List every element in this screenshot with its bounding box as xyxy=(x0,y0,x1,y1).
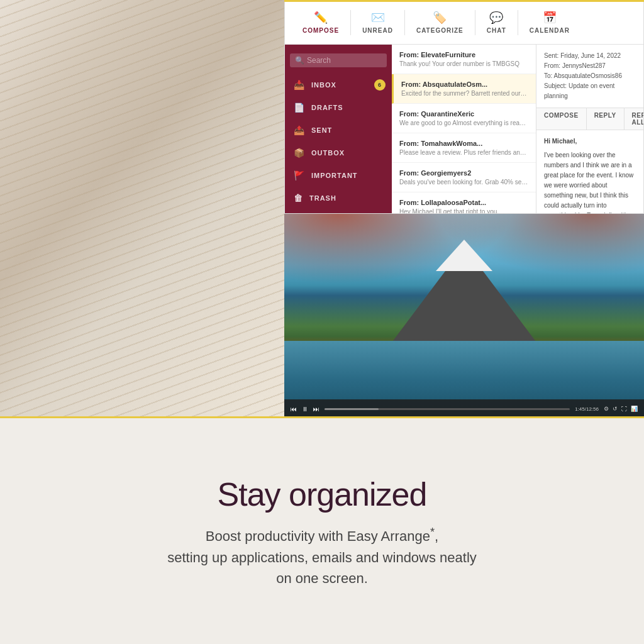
video-time: 1:45/12:56 xyxy=(575,406,599,412)
sidebar-inbox-label: INBOX xyxy=(311,81,336,89)
email-preview-2: We are good to go Almost everything is r… xyxy=(399,119,528,126)
superscript: * xyxy=(430,525,435,538)
sidebar-item-outbox[interactable]: 📦 OUTBOX xyxy=(285,142,392,164)
email-meta-from: From: JennysNest287 xyxy=(544,61,636,71)
drafts-icon: 📄 xyxy=(294,103,305,113)
toolbar-chat[interactable]: 💬 CHAT xyxy=(475,11,518,34)
progress-fill xyxy=(325,408,379,410)
email-preview-4: Deals you've been looking for. Grab 40% … xyxy=(399,179,528,186)
progress-bar[interactable] xyxy=(325,408,570,410)
email-actions-bar: COMPOSE REPLY REPLY ALL xyxy=(536,108,643,130)
email-preview-1: Excited for the summer? Barrett rented o… xyxy=(401,90,528,97)
total-time: 12:56 xyxy=(586,406,599,412)
search-box[interactable]: 🔍 xyxy=(290,53,387,67)
subtext-line1: Boost productivity with Easy Arrange xyxy=(206,529,430,545)
yellow-accent-border-top xyxy=(284,0,644,2)
toolbar-categorize[interactable]: 🏷️ CATEGORIZE xyxy=(405,11,475,34)
categorize-icon: 🏷️ xyxy=(433,11,447,25)
headline-text: Stay organized xyxy=(218,475,427,513)
sidebar-item-drafts[interactable]: 📄 DRAFTS xyxy=(285,96,392,119)
email-meta-sent: Sent: Friday, June 14, 2022 xyxy=(544,51,636,61)
email-toolbar: ✏️ COMPOSE ✉️ UNREAD 🏷️ CATEGORIZE 💬 CHA… xyxy=(285,1,643,45)
email-meta: Sent: Friday, June 14, 2022 From: Jennys… xyxy=(536,45,643,108)
video-controls-bar: ⏮ ⏸ ⏭ 1:45/12:56 ⚙ ↺ ⛶ 📊 xyxy=(284,399,644,418)
volume-icon[interactable]: 📊 xyxy=(631,406,638,412)
video-extra-controls: ⚙ ↺ ⛶ 📊 xyxy=(604,406,638,412)
compose-icon: ✏️ xyxy=(314,11,328,25)
email-list: From: ElevateFurniture Thank you! Your o… xyxy=(392,45,536,213)
subtext-paragraph: Boost productivity with Easy Arrange*, s… xyxy=(167,523,477,588)
important-icon: 🚩 xyxy=(294,170,305,180)
calendar-label: CALENDAR xyxy=(530,27,570,34)
fullscreen-icon[interactable]: ⛶ xyxy=(621,406,627,412)
email-compose-button[interactable]: COMPOSE xyxy=(536,108,587,130)
email-item-5[interactable]: From: LollapaloosaPotat... Hey Michael I… xyxy=(392,192,536,213)
outbox-icon: 📦 xyxy=(294,148,305,158)
email-preview-0: Thank you! Your order number is TMBGSQ xyxy=(399,60,528,67)
unread-label: UNREAD xyxy=(362,27,393,34)
bottom-text-section: Stay organized Boost productivity with E… xyxy=(0,420,644,644)
sidebar-item-inbox[interactable]: 📥 INBOX 6 xyxy=(285,74,392,96)
email-application: ✏️ COMPOSE ✉️ UNREAD 🏷️ CATEGORIZE 💬 CHA… xyxy=(284,0,644,214)
email-preview-5: Hey Michael I'll get that right to you. xyxy=(399,208,528,213)
email-meta-subject: Subject: Update on event planning xyxy=(544,81,636,101)
sidebar-trash-label: TRASH xyxy=(309,194,336,202)
email-main-content: 🔍 📥 INBOX 6 📄 DRAFTS 📤 SENT 📦 xyxy=(285,45,643,213)
sand-background xyxy=(0,0,284,418)
trash-icon: 🗑 xyxy=(294,193,303,203)
subtext-line3: setting up applications, emails and wind… xyxy=(167,550,477,565)
email-item-0[interactable]: From: ElevateFurniture Thank you! Your o… xyxy=(392,45,536,74)
inbox-icon: 📥 xyxy=(294,80,305,90)
toolbar-calendar[interactable]: 📅 CALENDAR xyxy=(518,11,581,34)
email-from-0: From: ElevateFurniture xyxy=(399,51,528,58)
email-reply-button[interactable]: REPLY xyxy=(587,108,625,130)
yellow-accent-border-bottom xyxy=(0,416,644,418)
email-from-4: From: Georgiemyers2 xyxy=(399,169,528,177)
search-input[interactable] xyxy=(307,56,382,65)
forward-button[interactable]: ⏭ xyxy=(313,406,319,413)
current-time: 1:45 xyxy=(575,406,585,412)
chat-icon: 💬 xyxy=(489,11,503,25)
compose-label: COMPOSE xyxy=(303,27,339,34)
calendar-icon: 📅 xyxy=(543,11,557,25)
loop-icon[interactable]: ↺ xyxy=(613,406,618,412)
video-panel: ⏮ ⏸ ⏭ 1:45/12:56 ⚙ ↺ ⛶ 📊 xyxy=(284,214,644,418)
toolbar-unread[interactable]: ✉️ UNREAD xyxy=(351,11,404,34)
email-body-text: I've been looking over the numbers and I… xyxy=(544,150,636,213)
email-detail-panel: Sent: Friday, June 14, 2022 From: Jennys… xyxy=(536,45,643,213)
email-item-3[interactable]: From: TomahawkWoma... Please leave a rev… xyxy=(392,133,536,163)
email-reply-all-button[interactable]: REPLY ALL xyxy=(625,108,643,130)
email-item-1[interactable]: From: AbsquatulateOsm... Excited for the… xyxy=(392,74,536,104)
rewind-button[interactable]: ⏮ xyxy=(291,406,297,413)
email-preview-3: Please leave a review. Plus refer friend… xyxy=(399,149,528,156)
email-from-2: From: QuarantineXeric xyxy=(399,110,528,118)
email-item-2[interactable]: From: QuarantineXeric We are good to go … xyxy=(392,104,536,133)
sent-icon: 📤 xyxy=(294,125,305,135)
sidebar-item-sent[interactable]: 📤 SENT xyxy=(285,119,392,142)
categorize-label: CATEGORIZE xyxy=(416,27,464,34)
email-meta-to: To: AbsquatulateOsmosis86 xyxy=(544,71,636,81)
leaves-overlay xyxy=(284,214,644,336)
settings-icon[interactable]: ⚙ xyxy=(604,406,609,412)
email-from-5: From: LollapaloosaPotat... xyxy=(399,199,528,206)
sidebar-drafts-label: DRAFTS xyxy=(311,104,343,111)
sidebar-item-important[interactable]: 🚩 IMPORTANT xyxy=(285,164,392,187)
search-icon: 🔍 xyxy=(295,56,304,65)
email-from-1: From: AbsquatulateOsm... xyxy=(401,80,528,88)
email-salutation: Hi Michael, xyxy=(544,136,636,147)
chat-label: CHAT xyxy=(487,27,506,34)
pause-button[interactable]: ⏸ xyxy=(302,406,308,413)
sidebar-item-trash[interactable]: 🗑 TRASH xyxy=(285,187,392,209)
unread-icon: ✉️ xyxy=(371,11,385,25)
inbox-badge: 6 xyxy=(374,79,386,91)
sidebar-sent-label: SENT xyxy=(311,126,332,134)
email-sidebar: 🔍 📥 INBOX 6 📄 DRAFTS 📤 SENT 📦 xyxy=(285,45,392,213)
email-from-3: From: TomahawkWoma... xyxy=(399,140,528,147)
toolbar-compose[interactable]: ✏️ COMPOSE xyxy=(291,11,350,34)
mountain-background xyxy=(284,214,644,418)
sidebar-important-label: IMPORTANT xyxy=(311,172,358,179)
subtext-line4: on one screen. xyxy=(276,570,368,586)
sidebar-outbox-label: OUTBOX xyxy=(311,149,345,157)
email-item-4[interactable]: From: Georgiemyers2 Deals you've been lo… xyxy=(392,163,536,192)
email-body: Hi Michael, I've been looking over the n… xyxy=(536,130,643,213)
